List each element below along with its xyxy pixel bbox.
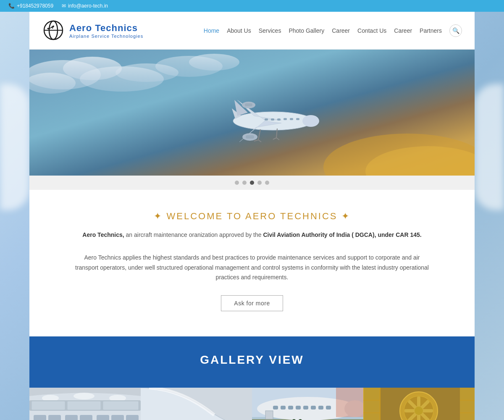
nav-about[interactable]: About Us	[227, 25, 251, 36]
welcome-body-2: Aero Technics applies the highest standa…	[74, 253, 430, 283]
svg-rect-19	[265, 118, 268, 121]
nav-gallery[interactable]: Photo Gallery	[289, 25, 324, 36]
gallery-grid	[29, 388, 475, 420]
welcome-section: ✦ Welcome to Aero Technics ✦ Aero Techni…	[29, 190, 475, 336]
gallery-item-fuselage[interactable]	[252, 388, 363, 420]
logo-title: Aero Technics	[69, 23, 143, 34]
svg-rect-23	[290, 118, 293, 120]
slider-dot-1[interactable]	[235, 181, 239, 185]
header: Aero Technics Airplane Service Technolog…	[29, 12, 475, 50]
svg-rect-54	[288, 406, 293, 410]
svg-rect-16	[246, 135, 254, 139]
phone-number: +918452978059	[17, 3, 53, 9]
svg-rect-39	[34, 415, 46, 420]
svg-rect-79	[460, 388, 475, 420]
authority: Civil Aviation Authority of India ( DGCA…	[263, 231, 421, 238]
svg-rect-18	[245, 103, 252, 106]
slider-dot-5[interactable]	[265, 181, 269, 185]
nav-career2[interactable]: Career	[394, 25, 412, 36]
svg-point-77	[415, 407, 423, 415]
email-item: ✉ info@aero-tech.in	[62, 3, 108, 9]
nose-svg	[141, 388, 252, 420]
svg-rect-24	[296, 118, 299, 120]
ask-more-button[interactable]: Ask for more	[221, 295, 283, 311]
svg-rect-43	[97, 415, 109, 420]
svg-rect-60	[265, 411, 273, 419]
svg-rect-45	[126, 415, 139, 420]
slider-dots	[29, 176, 475, 190]
svg-rect-40	[48, 415, 61, 420]
svg-point-14	[302, 115, 319, 127]
gallery-title: GALLERY VIEW	[29, 353, 475, 367]
slider-dot-3[interactable]	[250, 181, 254, 185]
email-icon: ✉	[62, 3, 66, 9]
phone-icon: 📞	[8, 3, 15, 9]
svg-rect-69	[417, 396, 420, 408]
logo-subtitle: Airplane Service Technologies	[69, 34, 143, 39]
nav-contact[interactable]: Contact Us	[357, 25, 386, 36]
svg-rect-56	[303, 406, 308, 410]
svg-rect-57	[311, 406, 316, 410]
nav-home[interactable]: Home	[204, 25, 219, 36]
logo-text: Aero Technics Airplane Service Technolog…	[69, 23, 143, 39]
gallery-item-nose[interactable]	[141, 388, 252, 420]
svg-rect-38	[103, 401, 139, 410]
svg-point-10	[116, 63, 178, 82]
svg-rect-52	[273, 406, 278, 410]
hero-image	[29, 50, 475, 176]
svg-rect-41	[65, 415, 78, 420]
email-address: info@aero-tech.in	[68, 3, 108, 9]
svg-rect-22	[284, 118, 287, 120]
svg-rect-21	[277, 118, 281, 121]
logo[interactable]: Aero Technics Airplane Service Technolog…	[42, 19, 143, 42]
svg-point-8	[189, 54, 239, 71]
slider-dot-2[interactable]	[242, 181, 247, 185]
engine-svg	[363, 388, 475, 420]
gallery-section: GALLERY VIEW	[29, 336, 475, 388]
gallery-item-interior[interactable]	[29, 388, 141, 420]
search-icon: 🔍	[452, 27, 459, 34]
search-button[interactable]: 🔍	[449, 24, 462, 37]
svg-rect-75	[404, 409, 416, 412]
svg-rect-37	[67, 401, 101, 410]
nav-services[interactable]: Services	[259, 25, 281, 36]
svg-rect-78	[363, 388, 380, 420]
welcome-body: Aero Technics, an aircraft maintenance o…	[74, 230, 430, 240]
svg-rect-36	[32, 401, 65, 410]
svg-rect-44	[111, 415, 124, 420]
gallery-item-engine[interactable]	[363, 388, 475, 420]
cloud-left	[0, 84, 29, 210]
welcome-title: ✦ Welcome to Aero Technics ✦	[63, 211, 441, 222]
svg-rect-59	[326, 406, 331, 410]
svg-rect-42	[80, 415, 92, 420]
slider-dot-4[interactable]	[257, 181, 262, 185]
nav-career[interactable]: Career	[332, 25, 350, 36]
hero-svg	[29, 50, 475, 176]
svg-rect-20	[271, 118, 274, 121]
svg-rect-58	[318, 406, 323, 410]
hero-slider	[29, 50, 475, 176]
svg-point-33	[74, 393, 94, 399]
company-name: Aero Technics,	[82, 231, 124, 238]
top-bar: 📞 +918452978059 ✉ info@aero-tech.in	[0, 0, 504, 12]
svg-rect-71	[421, 409, 433, 412]
phone-item: 📞 +918452978059	[8, 3, 53, 9]
fuselage-svg	[252, 388, 363, 420]
main-nav: Home About Us Services Photo Gallery Car…	[204, 24, 462, 37]
logo-icon	[42, 19, 65, 42]
svg-rect-53	[281, 406, 286, 410]
nav-partners[interactable]: Partners	[420, 25, 442, 36]
svg-point-13	[233, 112, 313, 130]
svg-rect-55	[296, 406, 301, 410]
main-wrapper: Aero Technics Airplane Service Technolog…	[29, 12, 475, 420]
interior-svg	[29, 388, 141, 420]
cloud-right	[475, 84, 504, 210]
svg-rect-65	[336, 388, 363, 417]
